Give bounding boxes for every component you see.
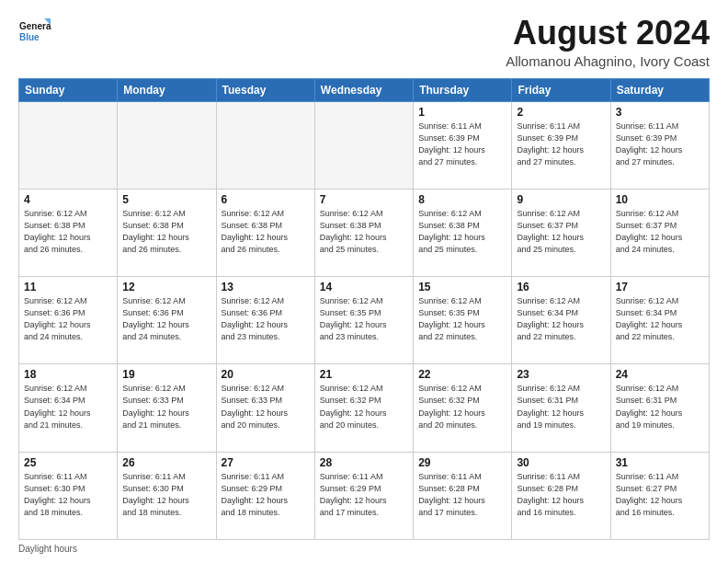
day-info: Sunrise: 6:11 AMSunset: 6:27 PMDaylight:… (616, 471, 704, 519)
calendar-cell: 2Sunrise: 6:11 AMSunset: 6:39 PMDaylight… (512, 101, 610, 189)
day-info: Sunrise: 6:11 AMSunset: 6:39 PMDaylight:… (517, 121, 605, 168)
day-info: Sunrise: 6:12 AMSunset: 6:33 PMDaylight:… (222, 383, 310, 431)
calendar-cell: 23Sunrise: 6:12 AMSunset: 6:31 PMDayligh… (512, 364, 610, 452)
day-info: Sunrise: 6:11 AMSunset: 6:29 PMDaylight:… (320, 471, 408, 519)
day-number: 28 (320, 456, 408, 469)
footer-note: Daylight hours (18, 544, 710, 554)
calendar-cell: 20Sunrise: 6:12 AMSunset: 6:33 PMDayligh… (216, 364, 314, 452)
calendar-cell: 19Sunrise: 6:12 AMSunset: 6:33 PMDayligh… (118, 364, 216, 452)
day-number: 15 (418, 281, 506, 293)
day-number: 11 (24, 281, 112, 293)
calendar-cell: 6Sunrise: 6:12 AMSunset: 6:38 PMDaylight… (216, 189, 314, 276)
day-number: 3 (616, 106, 704, 119)
day-info: Sunrise: 6:12 AMSunset: 6:36 PMDaylight:… (122, 295, 210, 343)
day-info: Sunrise: 6:12 AMSunset: 6:32 PMDaylight:… (320, 383, 408, 431)
calendar-cell: 3Sunrise: 6:11 AMSunset: 6:39 PMDaylight… (610, 101, 709, 189)
calendar-cell: 9Sunrise: 6:12 AMSunset: 6:37 PMDaylight… (512, 189, 610, 276)
day-info: Sunrise: 6:12 AMSunset: 6:37 PMDaylight:… (517, 208, 605, 256)
calendar-cell: 7Sunrise: 6:12 AMSunset: 6:38 PMDaylight… (314, 189, 413, 276)
day-number: 13 (222, 281, 310, 293)
day-number: 24 (616, 368, 704, 381)
header-thursday: Thursday (414, 78, 512, 101)
day-number: 31 (616, 456, 704, 469)
day-info: Sunrise: 6:12 AMSunset: 6:37 PMDaylight:… (616, 208, 704, 256)
day-info: Sunrise: 6:12 AMSunset: 6:34 PMDaylight:… (24, 383, 112, 431)
week-row-3: 11Sunrise: 6:12 AMSunset: 6:36 PMDayligh… (19, 277, 710, 364)
header-wednesday: Wednesday (314, 78, 413, 101)
day-number: 19 (122, 368, 210, 381)
header-monday: Monday (118, 78, 216, 101)
day-number: 14 (320, 281, 408, 293)
day-number: 26 (122, 456, 210, 469)
day-number: 4 (24, 193, 112, 206)
day-info: Sunrise: 6:12 AMSunset: 6:38 PMDaylight:… (122, 208, 210, 256)
day-number: 17 (616, 281, 704, 293)
calendar-cell: 28Sunrise: 6:11 AMSunset: 6:29 PMDayligh… (314, 452, 413, 539)
day-info: Sunrise: 6:11 AMSunset: 6:28 PMDaylight:… (418, 471, 506, 519)
calendar-cell: 14Sunrise: 6:12 AMSunset: 6:35 PMDayligh… (314, 277, 413, 364)
day-number: 30 (517, 456, 605, 469)
week-row-1: 1Sunrise: 6:11 AMSunset: 6:39 PMDaylight… (19, 101, 710, 189)
day-info: Sunrise: 6:12 AMSunset: 6:38 PMDaylight:… (418, 208, 506, 256)
day-number: 7 (320, 193, 408, 206)
day-info: Sunrise: 6:12 AMSunset: 6:31 PMDaylight:… (616, 383, 704, 431)
week-row-5: 25Sunrise: 6:11 AMSunset: 6:30 PMDayligh… (19, 452, 710, 539)
header: General Blue August 2024 Allomanou Ahagn… (18, 15, 710, 69)
calendar-cell: 18Sunrise: 6:12 AMSunset: 6:34 PMDayligh… (19, 364, 118, 452)
calendar-cell: 24Sunrise: 6:12 AMSunset: 6:31 PMDayligh… (610, 364, 709, 452)
calendar-cell: 1Sunrise: 6:11 AMSunset: 6:39 PMDaylight… (414, 101, 512, 189)
day-info: Sunrise: 6:11 AMSunset: 6:39 PMDaylight:… (616, 121, 704, 168)
page: General Blue August 2024 Allomanou Ahagn… (0, 0, 728, 563)
calendar-cell: 4Sunrise: 6:12 AMSunset: 6:38 PMDaylight… (19, 189, 118, 276)
day-number: 8 (418, 193, 506, 206)
day-number: 10 (616, 193, 704, 206)
day-info: Sunrise: 6:12 AMSunset: 6:34 PMDaylight:… (616, 295, 704, 343)
day-info: Sunrise: 6:12 AMSunset: 6:31 PMDaylight:… (517, 383, 605, 431)
day-number: 16 (517, 281, 605, 293)
svg-text:Blue: Blue (19, 32, 40, 42)
calendar-header-row: SundayMondayTuesdayWednesdayThursdayFrid… (19, 78, 710, 101)
day-number: 22 (418, 368, 506, 381)
calendar-cell: 8Sunrise: 6:12 AMSunset: 6:38 PMDaylight… (414, 189, 512, 276)
calendar-cell: 22Sunrise: 6:12 AMSunset: 6:32 PMDayligh… (414, 364, 512, 452)
day-number: 1 (418, 106, 506, 119)
calendar-cell: 27Sunrise: 6:11 AMSunset: 6:29 PMDayligh… (216, 452, 314, 539)
calendar-cell (19, 101, 118, 189)
day-number: 27 (222, 456, 310, 469)
day-info: Sunrise: 6:12 AMSunset: 6:36 PMDaylight:… (24, 295, 112, 343)
day-info: Sunrise: 6:12 AMSunset: 6:34 PMDaylight:… (517, 295, 605, 343)
calendar-cell (118, 101, 216, 189)
calendar-table: SundayMondayTuesdayWednesdayThursdayFrid… (18, 78, 710, 540)
day-number: 20 (222, 368, 310, 381)
day-info: Sunrise: 6:12 AMSunset: 6:38 PMDaylight:… (24, 208, 112, 256)
week-row-2: 4Sunrise: 6:12 AMSunset: 6:38 PMDaylight… (19, 189, 710, 276)
calendar-cell: 21Sunrise: 6:12 AMSunset: 6:32 PMDayligh… (314, 364, 413, 452)
day-number: 21 (320, 368, 408, 381)
calendar-cell: 13Sunrise: 6:12 AMSunset: 6:36 PMDayligh… (216, 277, 314, 364)
day-info: Sunrise: 6:12 AMSunset: 6:32 PMDaylight:… (418, 383, 506, 431)
calendar-cell: 26Sunrise: 6:11 AMSunset: 6:30 PMDayligh… (118, 452, 216, 539)
calendar-cell: 29Sunrise: 6:11 AMSunset: 6:28 PMDayligh… (414, 452, 512, 539)
calendar-cell: 15Sunrise: 6:12 AMSunset: 6:35 PMDayligh… (414, 277, 512, 364)
day-number: 12 (122, 281, 210, 293)
day-number: 18 (24, 368, 112, 381)
calendar-cell: 30Sunrise: 6:11 AMSunset: 6:28 PMDayligh… (512, 452, 610, 539)
header-sunday: Sunday (19, 78, 118, 101)
calendar-cell: 10Sunrise: 6:12 AMSunset: 6:37 PMDayligh… (610, 189, 709, 276)
day-info: Sunrise: 6:11 AMSunset: 6:28 PMDaylight:… (517, 471, 605, 519)
header-friday: Friday (512, 78, 610, 101)
day-info: Sunrise: 6:11 AMSunset: 6:29 PMDaylight:… (222, 471, 310, 519)
day-number: 25 (24, 456, 112, 469)
day-number: 6 (222, 193, 310, 206)
day-number: 2 (517, 106, 605, 119)
day-info: Sunrise: 6:12 AMSunset: 6:38 PMDaylight:… (320, 208, 408, 256)
svg-text:General: General (19, 21, 51, 31)
title-block: August 2024 Allomanou Ahagnino, Ivory Co… (506, 15, 710, 69)
calendar-cell: 17Sunrise: 6:12 AMSunset: 6:34 PMDayligh… (610, 277, 709, 364)
day-number: 29 (418, 456, 506, 469)
calendar-cell: 5Sunrise: 6:12 AMSunset: 6:38 PMDaylight… (118, 189, 216, 276)
calendar-cell: 31Sunrise: 6:11 AMSunset: 6:27 PMDayligh… (610, 452, 709, 539)
logo: General Blue (18, 15, 51, 50)
calendar-cell (216, 101, 314, 189)
calendar-cell: 25Sunrise: 6:11 AMSunset: 6:30 PMDayligh… (19, 452, 118, 539)
